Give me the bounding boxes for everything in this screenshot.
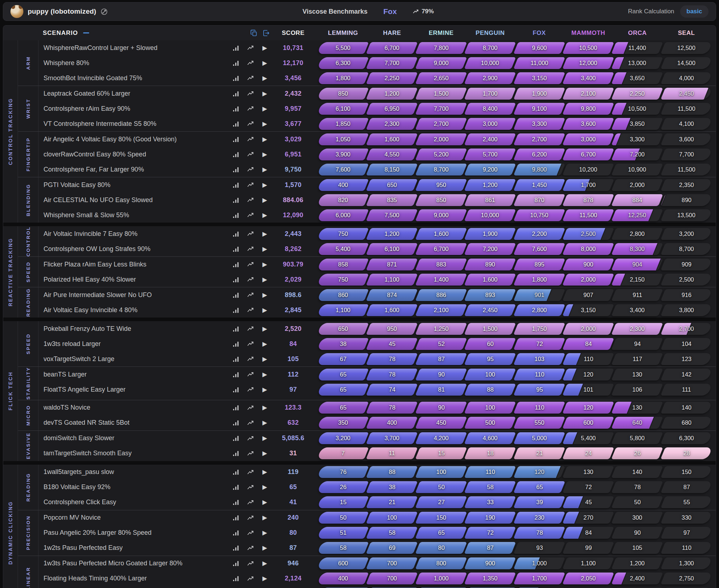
progress-trend-icon[interactable] (243, 106, 258, 111)
progress-trend-icon[interactable] (243, 341, 258, 347)
play-button[interactable]: ▶ (258, 356, 272, 362)
steam-icon[interactable] (101, 8, 108, 15)
play-button[interactable]: ▶ (258, 167, 272, 173)
play-button[interactable]: ▶ (258, 405, 272, 411)
play-button[interactable]: ▶ (258, 515, 272, 521)
progress-trend-icon[interactable] (243, 151, 258, 157)
history-chart-icon[interactable] (229, 121, 243, 127)
progress-trend-icon[interactable] (243, 451, 258, 456)
progress-trend-icon[interactable] (243, 500, 258, 505)
progress-trend-icon[interactable] (243, 121, 258, 127)
progress-trend-icon[interactable] (243, 372, 258, 377)
play-button[interactable]: ▶ (258, 60, 272, 66)
progress-trend-icon[interactable] (243, 484, 258, 490)
play-button[interactable]: ▶ (258, 45, 272, 51)
history-chart-icon[interactable] (229, 545, 243, 551)
history-chart-icon[interactable] (229, 231, 243, 237)
progress-trend-icon[interactable] (243, 545, 258, 551)
play-button[interactable]: ▶ (258, 387, 272, 393)
progress-trend-icon[interactable] (243, 182, 258, 188)
play-button[interactable]: ▶ (258, 435, 272, 441)
play-button[interactable]: ▶ (258, 121, 272, 127)
history-chart-icon[interactable] (229, 136, 243, 142)
play-button[interactable]: ▶ (258, 484, 272, 490)
history-chart-icon[interactable] (229, 60, 243, 66)
history-chart-icon[interactable] (229, 182, 243, 188)
progress-trend-icon[interactable] (243, 75, 258, 81)
history-chart-icon[interactable] (229, 326, 243, 332)
progress-trend-icon[interactable] (243, 530, 258, 536)
copy-icon[interactable] (250, 29, 258, 37)
play-button[interactable]: ▶ (258, 499, 272, 505)
progress-trend-icon[interactable] (243, 561, 258, 566)
history-chart-icon[interactable] (229, 484, 243, 490)
history-chart-icon[interactable] (229, 530, 243, 536)
play-button[interactable]: ▶ (258, 450, 272, 456)
history-chart-icon[interactable] (229, 499, 243, 505)
play-button[interactable]: ▶ (258, 106, 272, 112)
history-chart-icon[interactable] (229, 560, 243, 566)
play-button[interactable]: ▶ (258, 545, 272, 551)
history-chart-icon[interactable] (229, 307, 243, 313)
play-button[interactable]: ▶ (258, 91, 272, 97)
progress-trend-icon[interactable] (243, 307, 258, 313)
play-button[interactable]: ▶ (258, 372, 272, 378)
history-chart-icon[interactable] (229, 420, 243, 426)
play-button[interactable]: ▶ (258, 182, 272, 188)
play-button[interactable]: ▶ (258, 136, 272, 142)
progress-trend-icon[interactable] (243, 292, 258, 298)
play-button[interactable]: ▶ (258, 341, 272, 347)
history-chart-icon[interactable] (229, 356, 243, 362)
history-chart-icon[interactable] (229, 167, 243, 173)
history-chart-icon[interactable] (229, 515, 243, 521)
history-chart-icon[interactable] (229, 387, 243, 393)
history-chart-icon[interactable] (229, 292, 243, 298)
history-chart-icon[interactable] (229, 469, 243, 475)
progress-trend-icon[interactable] (243, 261, 258, 267)
collapse-icon[interactable] (83, 32, 89, 33)
play-button[interactable]: ▶ (258, 292, 272, 298)
history-chart-icon[interactable] (229, 435, 243, 441)
progress-trend-icon[interactable] (243, 387, 258, 392)
play-button[interactable]: ▶ (258, 560, 272, 566)
progress-trend-icon[interactable] (243, 45, 258, 51)
rank-calculation-mode-button[interactable]: basic (680, 5, 709, 18)
history-chart-icon[interactable] (229, 341, 243, 347)
progress-trend-icon[interactable] (243, 91, 258, 96)
play-button[interactable]: ▶ (258, 231, 272, 237)
history-chart-icon[interactable] (229, 151, 243, 158)
progress-trend-icon[interactable] (243, 136, 258, 142)
progress-trend-icon[interactable] (243, 405, 258, 411)
avatar[interactable] (10, 5, 23, 18)
history-chart-icon[interactable] (229, 91, 243, 97)
progress-trend-icon[interactable] (243, 420, 258, 426)
play-button[interactable]: ▶ (258, 575, 272, 582)
history-chart-icon[interactable] (229, 372, 243, 378)
play-button[interactable]: ▶ (258, 420, 272, 426)
play-button[interactable]: ▶ (258, 530, 272, 536)
play-button[interactable]: ▶ (258, 261, 272, 268)
history-chart-icon[interactable] (229, 277, 243, 283)
progress-trend-icon[interactable] (243, 246, 258, 252)
history-chart-icon[interactable] (229, 75, 243, 81)
play-button[interactable]: ▶ (258, 75, 272, 81)
progress-trend-icon[interactable] (243, 167, 258, 172)
progress-trend-icon[interactable] (243, 277, 258, 282)
play-button[interactable]: ▶ (258, 212, 272, 218)
history-chart-icon[interactable] (229, 450, 243, 456)
history-chart-icon[interactable] (229, 261, 243, 268)
history-chart-icon[interactable] (229, 405, 243, 411)
progress-trend-icon[interactable] (243, 576, 258, 582)
history-chart-icon[interactable] (229, 212, 243, 218)
progress-trend-icon[interactable] (243, 469, 258, 475)
play-button[interactable]: ▶ (258, 326, 272, 332)
play-button[interactable]: ▶ (258, 246, 272, 252)
progress-trend-icon[interactable] (243, 326, 258, 332)
progress-trend-icon[interactable] (243, 212, 258, 218)
export-icon[interactable] (263, 29, 270, 37)
play-button[interactable]: ▶ (258, 197, 272, 203)
progress-trend-icon[interactable] (243, 231, 258, 237)
play-button[interactable]: ▶ (258, 469, 272, 475)
progress-trend-icon[interactable] (243, 515, 258, 521)
progress-trend-icon[interactable] (243, 436, 258, 441)
